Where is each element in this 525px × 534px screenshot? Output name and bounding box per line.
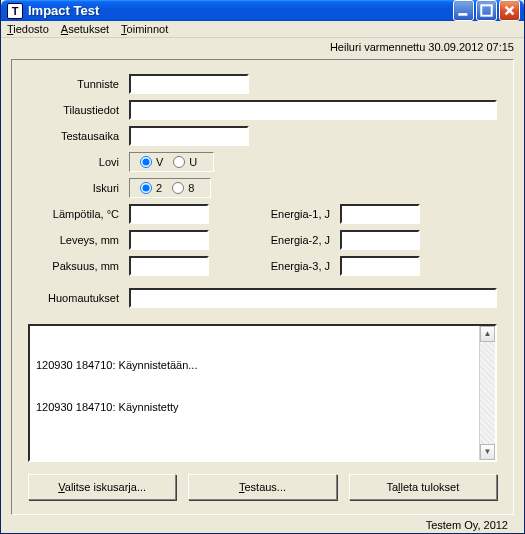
paksuus-field[interactable] bbox=[129, 256, 209, 276]
label-leveys: Leveys, mm bbox=[28, 234, 123, 246]
energia3-field[interactable] bbox=[340, 256, 420, 276]
client-area: Tunniste Tilaustiedot Testausaika Lovi V bbox=[1, 53, 524, 534]
app-icon: T bbox=[7, 3, 23, 19]
lovi-radio-u[interactable] bbox=[173, 156, 185, 168]
maximize-button[interactable] bbox=[476, 0, 497, 21]
footer-text: Testem Oy, 2012 bbox=[11, 515, 514, 531]
tunniste-field[interactable] bbox=[129, 74, 249, 94]
iskuri-label-8: 8 bbox=[188, 182, 194, 194]
tilaustiedot-field[interactable] bbox=[129, 100, 497, 120]
label-testausaika: Testausaika bbox=[28, 130, 123, 142]
label-lampotila: Lämpötila, °C bbox=[28, 208, 123, 220]
label-energia2: Energia-2, J bbox=[249, 234, 334, 246]
iskuri-radio-8[interactable] bbox=[172, 182, 184, 194]
label-paksuus: Paksuus, mm bbox=[28, 260, 123, 272]
iskuri-option-8[interactable]: 8 bbox=[172, 182, 194, 194]
label-iskuri: Iskuri bbox=[28, 182, 123, 194]
close-button[interactable] bbox=[499, 0, 520, 21]
status-line: Heiluri varmennettu 30.09.2012 07:15 bbox=[1, 38, 524, 53]
testausaika-field[interactable] bbox=[129, 126, 249, 146]
app-window: T Impact Test Tiedosto Asetukset Toiminn… bbox=[0, 0, 525, 534]
lovi-group: V U bbox=[129, 152, 214, 172]
menu-actions[interactable]: Toiminnot bbox=[121, 23, 168, 35]
lampotila-field[interactable] bbox=[129, 204, 209, 224]
menubar: Tiedosto Asetukset Toiminnot bbox=[1, 21, 524, 38]
label-tunniste: Tunniste bbox=[28, 78, 123, 90]
label-energia3: Energia-3, J bbox=[249, 260, 334, 272]
minimize-button[interactable] bbox=[453, 0, 474, 21]
iskuri-group: 2 8 bbox=[129, 178, 211, 198]
iskuri-label-2: 2 bbox=[156, 182, 162, 194]
scroll-track[interactable] bbox=[480, 342, 495, 444]
button-row: Valitse iskusarja... Testaus... Talleta … bbox=[28, 474, 497, 500]
iskuri-option-2[interactable]: 2 bbox=[140, 182, 162, 194]
label-tilaustiedot: Tilaustiedot bbox=[28, 104, 123, 116]
svg-rect-1 bbox=[481, 5, 491, 15]
log-box: 120930 184710: Käynnistetään... 120930 1… bbox=[28, 324, 497, 462]
scroll-down-button[interactable]: ▼ bbox=[480, 444, 495, 460]
lovi-label-u: U bbox=[189, 156, 197, 168]
testaus-button[interactable]: Testaus... bbox=[188, 474, 336, 500]
energia1-field[interactable] bbox=[340, 204, 420, 224]
energia2-field[interactable] bbox=[340, 230, 420, 250]
lovi-radio-v[interactable] bbox=[140, 156, 152, 168]
talleta-button[interactable]: Talleta tulokset bbox=[349, 474, 497, 500]
label-lovi: Lovi bbox=[28, 156, 123, 168]
iskuri-radio-2[interactable] bbox=[140, 182, 152, 194]
window-title: Impact Test bbox=[28, 3, 453, 18]
scrollbar[interactable]: ▲ ▼ bbox=[479, 326, 495, 460]
log-line: 120930 184710: Käynnistetään... bbox=[36, 358, 475, 372]
scroll-up-button[interactable]: ▲ bbox=[480, 326, 495, 342]
leveys-field[interactable] bbox=[129, 230, 209, 250]
menu-settings[interactable]: Asetukset bbox=[61, 23, 109, 35]
svg-rect-0 bbox=[458, 13, 467, 16]
huomautukset-field[interactable] bbox=[129, 288, 497, 308]
lovi-option-v[interactable]: V bbox=[140, 156, 163, 168]
label-huomautukset: Huomautukset bbox=[28, 292, 123, 304]
lovi-label-v: V bbox=[156, 156, 163, 168]
main-panel: Tunniste Tilaustiedot Testausaika Lovi V bbox=[11, 59, 514, 515]
valitse-iskusarja-button[interactable]: Valitse iskusarja... bbox=[28, 474, 176, 500]
titlebar: T Impact Test bbox=[1, 0, 524, 21]
label-energia1: Energia-1, J bbox=[249, 208, 334, 220]
log-line: 120930 184710: Käynnistetty bbox=[36, 400, 475, 414]
window-buttons bbox=[453, 0, 520, 21]
lovi-option-u[interactable]: U bbox=[173, 156, 197, 168]
menu-file[interactable]: Tiedosto bbox=[7, 23, 49, 35]
